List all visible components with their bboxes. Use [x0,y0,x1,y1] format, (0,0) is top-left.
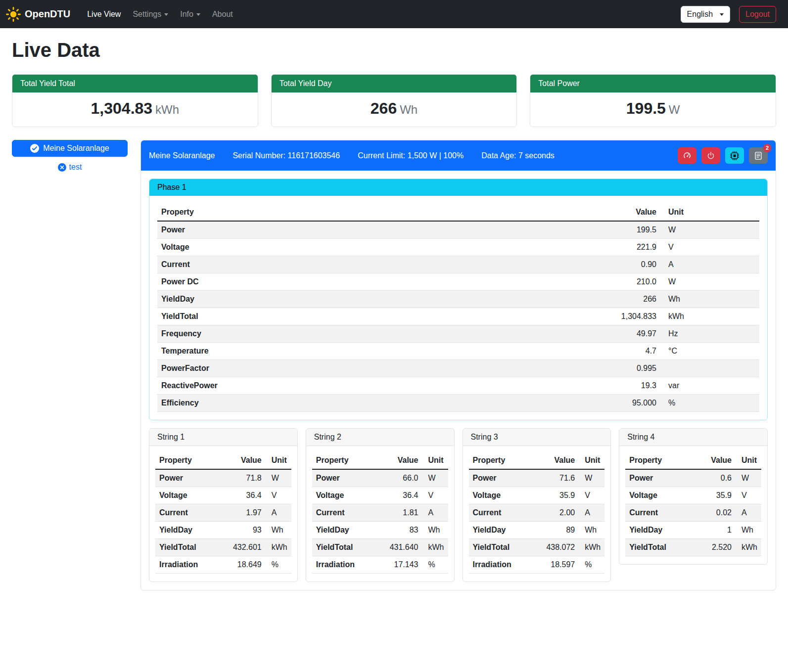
row-value: 0.90 [591,256,660,273]
row-property: Voltage [157,239,591,256]
device-info-button[interactable] [725,147,744,164]
gauge-icon [683,151,692,160]
row-value: 36.4 [386,487,422,504]
power-icon [706,151,715,160]
row-property: YieldTotal [157,308,591,325]
nav-about[interactable]: About [207,6,238,23]
row-value: 71.8 [229,469,266,487]
table-row: YieldTotal 438.072 kWh [469,539,605,556]
row-value: 0.995 [591,360,660,377]
table-row: Irradiation 18.597 % [469,556,605,574]
row-property: Voltage [155,487,229,504]
table-row: Current 2.00 A [469,504,605,522]
row-value: 4.7 [591,343,660,360]
navbar-right: English Logout [681,6,776,23]
string-table: Property Value Unit Power [312,452,448,574]
table-row: Voltage 36.4 V [312,487,448,504]
row-property: Irradiation [312,556,386,574]
row-property: Power [157,221,591,239]
table-row: Frequency 49.97 Hz [157,325,759,343]
table-row: PowerFactor 0.995 [157,360,759,377]
table-row: Irradiation 18.649 % [155,556,291,574]
sidebar-item-test[interactable]: test [58,163,82,172]
row-unit [660,360,759,377]
brand-label: OpenDTU [25,8,70,20]
language-select[interactable]: English [681,6,730,23]
row-property: Voltage [469,487,543,504]
nav-info[interactable]: Info [175,6,205,23]
chevron-down-icon [720,13,724,16]
summary-card-title: Total Yield Day [272,75,517,92]
row-value: 35.9 [542,487,579,504]
row-value: 199.5 [591,221,660,239]
row-unit: W [266,469,291,487]
table-header-row: Property Value Unit [625,452,761,469]
column-unit: Unit [660,204,759,221]
row-unit: % [266,556,291,574]
column-value: Value [229,452,266,469]
table-row: Current 1.97 A [155,504,291,522]
inverter-data-age: Data Age: 7 seconds [481,151,555,160]
table-row: Power 71.6 W [469,469,605,487]
table-row: Current 0.90 A [157,256,759,273]
row-value: 95.000 [591,395,660,412]
string-table: Property Value Unit Power [469,452,605,574]
sun-logo-icon [6,7,21,22]
row-property: YieldDay [155,522,229,539]
row-unit: V [660,239,759,256]
row-property: Irradiation [155,556,229,574]
row-property: Power DC [157,273,591,291]
chevron-down-icon [196,13,200,16]
power-button[interactable] [701,147,720,164]
row-unit: % [422,556,448,574]
row-property: Frequency [157,325,591,343]
journal-icon [754,151,763,160]
brand[interactable]: OpenDTU [6,7,70,22]
phase-table: Property Value Unit Power [157,204,759,412]
page: Live Data Total Yield Total 1,304.83kWh … [0,28,788,602]
row-property: Current [469,504,543,522]
row-unit: V [579,487,604,504]
event-log-button[interactable]: 2 [749,147,768,164]
row-unit: Hz [660,325,759,343]
row-value: 1.97 [229,504,266,522]
table-row: Voltage 36.4 V [155,487,291,504]
string-card-4: String 4 Property Value Unit [619,428,768,565]
summary-unit: W [669,103,680,116]
row-property: Current [157,256,591,273]
row-unit: V [266,487,291,504]
table-row: YieldTotal 2.520 kWh [625,539,761,556]
limit-settings-button[interactable] [678,147,696,164]
row-property: YieldTotal [155,539,229,556]
row-value: 19.3 [591,377,660,395]
check-circle-icon [30,144,39,153]
row-property: Power [625,469,701,487]
string-table: Property Value Unit Power [625,452,761,556]
content-row: Meine Solaranlage test Meine Solaranlage… [12,140,776,590]
logout-button[interactable]: Logout [739,6,776,23]
string-card-2: String 2 Property Value Unit [306,428,455,582]
table-row: YieldTotal 431.640 kWh [312,539,448,556]
row-unit: % [660,395,759,412]
summary-card-body: 266Wh [272,92,517,127]
row-property: YieldTotal [625,539,701,556]
row-property: Power [155,469,229,487]
row-property: YieldDay [157,291,591,308]
strings-grid: String 1 Property Value Unit [149,428,768,582]
row-property: YieldDay [625,522,701,539]
sidebar-item-meine-solaranlage[interactable]: Meine Solaranlage [12,140,128,157]
table-row: Irradiation 17.143 % [312,556,448,574]
nav-settings[interactable]: Settings [128,6,173,23]
row-value: 35.9 [701,487,736,504]
string-table: Property Value Unit Power [155,452,291,574]
row-property: YieldDay [312,522,386,539]
row-unit: A [660,256,759,273]
table-row: Power 71.8 W [155,469,291,487]
row-unit: W [660,221,759,239]
string-card-3: String 3 Property Value Unit [463,428,611,582]
row-value: 0.02 [701,504,736,522]
table-row: YieldDay 93 Wh [155,522,291,539]
row-unit: A [266,504,291,522]
row-value: 93 [229,522,266,539]
nav-live-view[interactable]: Live View [82,6,126,23]
